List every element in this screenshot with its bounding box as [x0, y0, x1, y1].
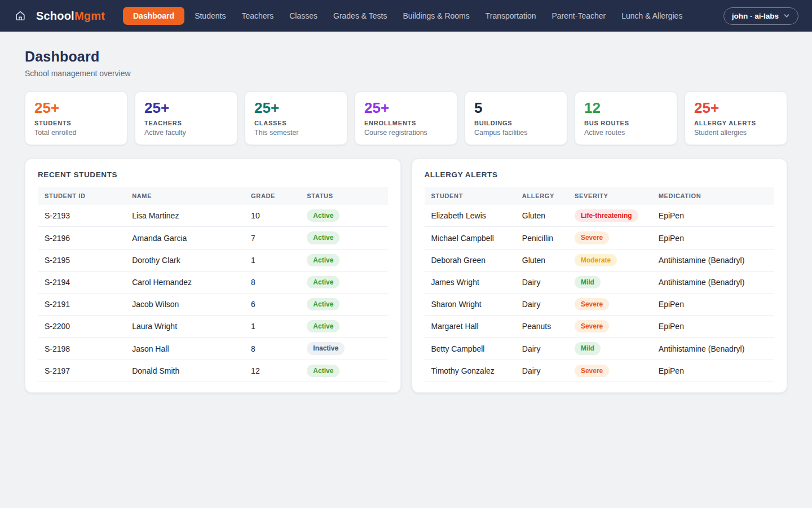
- stat-label: Students: [34, 120, 118, 126]
- table-header-row: Student ID Name Grade Status: [38, 187, 388, 205]
- col-student-id: Student ID: [38, 187, 125, 205]
- nav-items: Dashboard Students Teachers Classes Grad…: [123, 7, 688, 25]
- cell-student-id: S-2196: [38, 227, 125, 249]
- cell-status: Active: [300, 227, 387, 249]
- cell-student: Elizabeth Lewis: [425, 205, 515, 227]
- cell-student-id: S-2194: [38, 271, 125, 293]
- stat-value: 12: [584, 100, 668, 116]
- cell-medication: EpiPen: [652, 360, 774, 382]
- nav-item-grades-tests[interactable]: Grades & Tests: [328, 7, 392, 24]
- recent-students-panel: Recent Students Student ID Name Grade St…: [25, 159, 401, 393]
- table-row: S-2191 Jacob Wilson 6 Active: [38, 294, 388, 316]
- table-row: Michael Campbell Penicillin Severe EpiPe…: [425, 227, 775, 249]
- cell-student-id: S-2197: [38, 360, 125, 382]
- cell-severity: Mild: [568, 338, 652, 360]
- user-menu-label: john · ai-labs: [732, 12, 779, 20]
- nav-item-dashboard[interactable]: Dashboard: [123, 7, 184, 25]
- nav-item-transportation[interactable]: Transportation: [480, 7, 542, 24]
- col-medication: Medication: [652, 187, 774, 205]
- cell-grade: 1: [244, 316, 300, 338]
- cell-allergy: Gluten: [515, 249, 568, 271]
- cell-severity: Moderate: [568, 249, 652, 271]
- cell-name: Dorothy Clark: [125, 249, 244, 271]
- nav-item-students[interactable]: Students: [189, 7, 231, 24]
- cell-name: Jason Hall: [125, 338, 244, 360]
- cell-allergy: Gluten: [515, 205, 568, 227]
- table-row: S-2194 Carol Hernandez 8 Active: [38, 271, 388, 293]
- table-row: Margaret Hall Peanuts Severe EpiPen: [425, 316, 775, 338]
- cell-allergy: Penicillin: [515, 227, 568, 249]
- cell-student-id: S-2198: [38, 338, 125, 360]
- status-badge: Active: [307, 298, 339, 310]
- cell-severity: Severe: [568, 360, 652, 382]
- status-badge: Active: [307, 365, 339, 377]
- cell-grade: 7: [244, 227, 300, 249]
- severity-badge: Severe: [575, 365, 609, 377]
- logo-part1: School: [36, 10, 74, 22]
- home-icon[interactable]: [14, 9, 27, 23]
- stat-sub: Active routes: [584, 129, 668, 137]
- table-row: Deborah Green Gluten Moderate Antihistam…: [425, 249, 775, 271]
- cell-student: Timothy Gonzalez: [425, 360, 515, 382]
- severity-badge: Severe: [575, 231, 609, 244]
- cell-status: Active: [300, 271, 387, 293]
- cell-severity: Life-threatening: [568, 205, 652, 227]
- severity-badge: Severe: [575, 298, 609, 310]
- stat-card-classes: 25+ Classes This semester: [245, 91, 347, 145]
- cell-student-id: S-2191: [38, 294, 125, 316]
- cell-severity: Severe: [568, 294, 652, 316]
- stat-sub: This semester: [254, 129, 338, 137]
- cell-name: Lisa Martinez: [125, 205, 244, 227]
- cell-student: Deborah Green: [425, 249, 515, 271]
- stat-label: Allergy Alerts: [694, 120, 778, 126]
- cell-status: Inactive: [300, 338, 387, 360]
- cell-allergy: Dairy: [515, 294, 568, 316]
- table-row: S-2197 Donald Smith 12 Active: [38, 360, 388, 382]
- stat-card-allergy-alerts: 25+ Allergy Alerts Student allergies: [685, 91, 787, 145]
- cell-student: Margaret Hall: [425, 316, 515, 338]
- nav-item-buildings-rooms[interactable]: Buildings & Rooms: [397, 7, 475, 24]
- table-row: S-2196 Amanda Garcia 7 Active: [38, 227, 388, 249]
- page-title: Dashboard: [25, 49, 787, 65]
- cell-name: Donald Smith: [125, 360, 244, 382]
- stat-value: 25+: [144, 100, 228, 116]
- stat-card-enrollments: 25+ Enrollments Course registrations: [355, 91, 457, 145]
- cell-medication: EpiPen: [652, 227, 774, 249]
- cell-student: James Wright: [425, 271, 515, 293]
- cell-name: Carol Hernandez: [125, 271, 244, 293]
- stat-label: Buildings: [474, 120, 558, 126]
- stat-value: 25+: [34, 100, 118, 116]
- cell-grade: 10: [244, 205, 300, 227]
- cell-medication: EpiPen: [652, 294, 774, 316]
- nav-item-teachers[interactable]: Teachers: [236, 7, 279, 24]
- cell-grade: 6: [244, 294, 300, 316]
- logo-part2: Mgmt: [74, 10, 105, 22]
- stat-value: 25+: [364, 100, 448, 116]
- stat-label: Bus Routes: [584, 120, 668, 126]
- stat-label: Enrollments: [364, 120, 448, 126]
- stat-card-bus-routes: 12 Bus Routes Active routes: [575, 91, 677, 145]
- stat-sub: Campus facilities: [474, 129, 558, 137]
- chevron-down-icon: [783, 12, 790, 19]
- cell-medication: EpiPen: [652, 316, 774, 338]
- user-menu-button[interactable]: john · ai-labs: [723, 7, 798, 25]
- page-subtitle: School management overview: [25, 69, 787, 78]
- nav-item-classes[interactable]: Classes: [284, 7, 323, 24]
- cell-allergy: Dairy: [515, 338, 568, 360]
- app-logo[interactable]: SchoolMgmt: [36, 10, 105, 23]
- stat-sub: Active faculty: [144, 129, 228, 137]
- stat-sub: Student allergies: [694, 129, 778, 137]
- status-badge: Active: [307, 231, 339, 244]
- cell-status: Active: [300, 316, 387, 338]
- cell-student: Michael Campbell: [425, 227, 515, 249]
- cell-status: Active: [300, 294, 387, 316]
- stat-label: Classes: [254, 120, 338, 126]
- status-badge: Active: [307, 320, 339, 332]
- stats-row: 25+ Students Total enrolled 25+ Teachers…: [25, 91, 787, 145]
- nav-item-parent-teacher[interactable]: Parent-Teacher: [546, 7, 611, 24]
- cell-name: Amanda Garcia: [125, 227, 244, 249]
- nav-item-lunch-allergies[interactable]: Lunch & Allergies: [616, 7, 688, 24]
- cell-allergy: Dairy: [515, 360, 568, 382]
- top-navbar: SchoolMgmt Dashboard Students Teachers C…: [0, 0, 812, 32]
- cell-medication: Antihistamine (Benadryl): [652, 338, 774, 360]
